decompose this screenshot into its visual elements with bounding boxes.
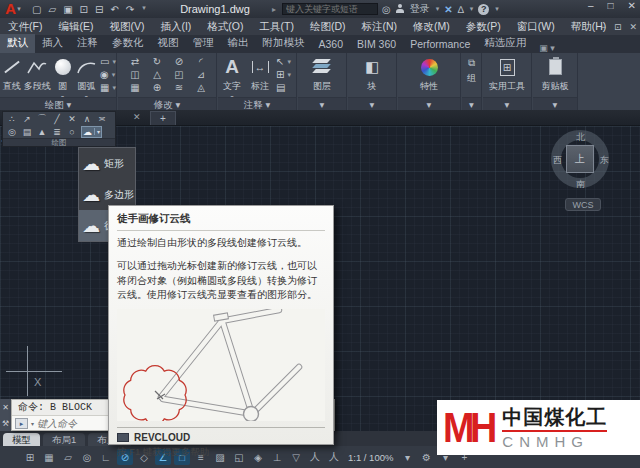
copy-icon[interactable]: ◫ bbox=[124, 69, 146, 82]
ribbon-tab-featured-apps[interactable]: 精选应用 bbox=[477, 34, 533, 53]
app-menu-button[interactable]: A▾ bbox=[0, 0, 26, 18]
doc-minimize-button[interactable]: − bbox=[601, 22, 606, 32]
menu-tools[interactable]: 工具(T) bbox=[252, 20, 302, 34]
plot-icon[interactable]: ⊡ bbox=[80, 4, 88, 15]
hatch-button[interactable]: ▦▾ bbox=[100, 81, 116, 94]
a360-icon[interactable]: ∆ bbox=[458, 4, 464, 15]
insert-block-button[interactable]: ◧ 块 bbox=[349, 53, 395, 93]
construction-line-icon[interactable]: ∴ bbox=[5, 114, 19, 124]
circle-button[interactable]: 圆 ▾ bbox=[51, 53, 75, 100]
workspace-gear-icon[interactable]: ⚙ bbox=[418, 449, 434, 465]
menu-view[interactable]: 视图(V) bbox=[101, 20, 152, 34]
leader-button[interactable]: ↖▾ bbox=[276, 55, 291, 68]
revision-cloud-button[interactable]: ☁ ▾ bbox=[81, 126, 102, 138]
ortho-mode-icon[interactable]: ∟ bbox=[98, 449, 114, 465]
save-icon[interactable]: ▣ bbox=[63, 4, 72, 15]
tab-layout1[interactable]: 布局1 bbox=[43, 433, 85, 446]
ribbon-tab-home[interactable]: 默认 bbox=[0, 34, 35, 53]
move-icon[interactable]: ⇄ bbox=[124, 56, 146, 69]
erase-icon[interactable]: ≋ bbox=[168, 82, 190, 95]
open-folder-icon[interactable]: ▱ bbox=[48, 4, 56, 15]
boundary-icon[interactable]: ≣ bbox=[50, 127, 64, 137]
line-button[interactable]: 直线 bbox=[0, 53, 24, 93]
viewcube-south-label[interactable]: 南 bbox=[576, 178, 585, 191]
close-button[interactable]: ✕ bbox=[628, 0, 636, 11]
flyout-item-rectangular[interactable]: ☁ 矩形 bbox=[79, 148, 135, 179]
scale-dropdown-icon[interactable]: ▾ bbox=[399, 449, 415, 465]
divide-icon[interactable]: ✕ bbox=[65, 114, 79, 124]
paste-button[interactable]: 剪贴板 bbox=[534, 53, 576, 93]
ray-icon[interactable]: ↗ bbox=[20, 114, 34, 124]
mirror-icon[interactable]: △ bbox=[146, 69, 168, 82]
gradient-icon[interactable]: ▲ bbox=[35, 127, 49, 137]
trim-icon[interactable]: ⊘ bbox=[168, 56, 190, 69]
search-expand-icon[interactable]: ▸ bbox=[272, 5, 276, 14]
autoscale-icon[interactable]: 人 bbox=[326, 449, 342, 465]
command-options-icon[interactable]: ▾ bbox=[31, 420, 34, 427]
menu-window[interactable]: 窗口(W) bbox=[509, 20, 563, 34]
panel-title-annotate[interactable]: 注释 ▾ bbox=[218, 97, 296, 110]
dynamic-input-icon[interactable]: ◎ bbox=[79, 449, 95, 465]
panel-title-block[interactable]: ▾ bbox=[348, 97, 396, 110]
minimize-button[interactable]: – bbox=[588, 0, 594, 11]
xline-icon[interactable]: ╱ bbox=[50, 114, 64, 124]
menu-dimension[interactable]: 标注(N) bbox=[354, 20, 406, 34]
menu-parametric[interactable]: 参数(P) bbox=[458, 20, 509, 34]
print-icon[interactable]: ⊟ bbox=[95, 4, 103, 15]
sign-in-label[interactable]: 登录 bbox=[410, 2, 430, 16]
panel-title-layers[interactable]: ▾ bbox=[298, 97, 346, 110]
annotation-extra-button[interactable]: ▤ bbox=[276, 81, 291, 94]
rectangle-button[interactable]: ▭▾ bbox=[100, 55, 116, 68]
signin-dropdown-icon[interactable]: ▾ bbox=[436, 5, 440, 13]
qat-customize-icon[interactable]: ▾ bbox=[142, 4, 146, 15]
panel-title-utilities[interactable]: ▾ bbox=[483, 97, 531, 110]
ribbon-tab-performance[interactable]: Performance bbox=[403, 36, 477, 53]
doc-restore-button[interactable]: ⊡ bbox=[614, 22, 622, 32]
new-file-icon[interactable]: ▢ bbox=[32, 4, 41, 15]
layer-properties-button[interactable]: 图层 bbox=[299, 53, 345, 93]
undo-icon[interactable]: ↶ bbox=[110, 4, 118, 15]
infer-constraints-icon[interactable]: ▱ bbox=[60, 449, 76, 465]
measure-icon[interactable]: ∧ bbox=[80, 114, 94, 124]
annotation-scale-label[interactable]: 1:1 / 100% bbox=[348, 452, 393, 463]
polyline-button[interactable]: 多段线 bbox=[24, 53, 51, 93]
offset-icon[interactable]: ⊕ bbox=[146, 82, 168, 95]
text-button[interactable]: A 文字 ▾ bbox=[218, 53, 246, 100]
menu-draw[interactable]: 绘图(D) bbox=[302, 20, 354, 34]
doc-close-button[interactable]: ✕ bbox=[629, 22, 637, 32]
user-icon[interactable] bbox=[396, 4, 405, 14]
redo-icon[interactable]: ↷ bbox=[126, 4, 134, 15]
stretch-icon[interactable]: ◰ bbox=[168, 69, 190, 82]
ribbon-tab-output[interactable]: 输出 bbox=[221, 34, 256, 53]
spline-icon[interactable]: ⌒ bbox=[35, 112, 49, 125]
panel-title-draw[interactable]: 绘图 ▾ bbox=[0, 97, 116, 110]
file-tab-close-icon[interactable]: ✕ bbox=[133, 112, 141, 122]
panel-title-properties[interactable]: ▾ bbox=[398, 97, 460, 110]
command-close-icon[interactable]: ✕ bbox=[2, 403, 9, 412]
ribbon-tab-bim360[interactable]: BIM 360 bbox=[350, 36, 403, 53]
quickcalc-button[interactable]: ⊞ 实用工具 bbox=[484, 53, 530, 93]
ribbon-tab-annotate[interactable]: 注释 bbox=[70, 34, 105, 53]
a360-dropdown-icon[interactable]: ▾ bbox=[470, 5, 474, 13]
help-dropdown-icon[interactable]: ▾ bbox=[495, 5, 499, 13]
donut-icon[interactable]: ◎ bbox=[5, 127, 19, 137]
grid-display-icon[interactable]: ⊞ bbox=[22, 449, 38, 465]
command-customize-icon[interactable]: ⚒ bbox=[2, 419, 9, 428]
arc-button[interactable]: 圆弧 ▾ bbox=[74, 53, 98, 100]
properties-button[interactable]: 特性 bbox=[401, 53, 457, 93]
ribbon-display-toggle-icon[interactable]: ▣ ▾ bbox=[539, 43, 555, 53]
ellipse-button[interactable]: ◉▾ bbox=[100, 68, 116, 81]
snap-mode-icon[interactable]: ▦ bbox=[41, 449, 57, 465]
panel-title-clipboard[interactable]: ▾ bbox=[533, 97, 577, 110]
viewcube-east-label[interactable]: 东 bbox=[600, 154, 609, 167]
table-button[interactable]: ⊞▾ bbox=[276, 68, 291, 81]
revision-cloud-dropdown-icon[interactable]: ▾ bbox=[94, 128, 100, 135]
menu-file[interactable]: 文件(F) bbox=[0, 20, 50, 34]
tab-model[interactable]: 模型 bbox=[3, 433, 40, 446]
panel-title-group[interactable]: ▾ bbox=[462, 97, 481, 110]
menu-edit[interactable]: 编辑(E) bbox=[50, 20, 101, 34]
help-icon[interactable]: ? bbox=[478, 4, 489, 15]
ribbon-tab-manage[interactable]: 管理 bbox=[186, 34, 221, 53]
recent-commands-icon[interactable]: ▸ bbox=[15, 418, 28, 429]
help-search-input[interactable] bbox=[282, 3, 378, 15]
